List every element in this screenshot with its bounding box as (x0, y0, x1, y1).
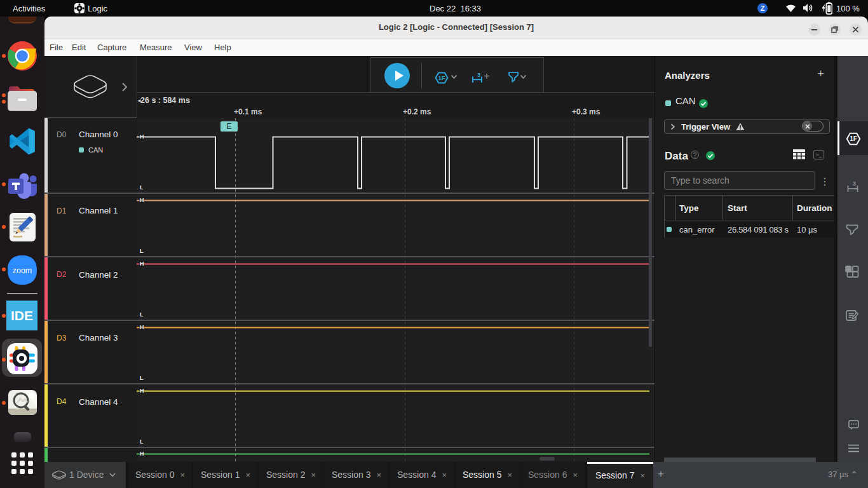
svg-text:zoom: zoom (13, 266, 32, 275)
svg-text:3: 3 (477, 71, 480, 78)
svg-text:1F: 1F (850, 135, 857, 142)
svg-text:1F: 1F (438, 74, 445, 81)
svg-text:3: 3 (853, 180, 856, 187)
